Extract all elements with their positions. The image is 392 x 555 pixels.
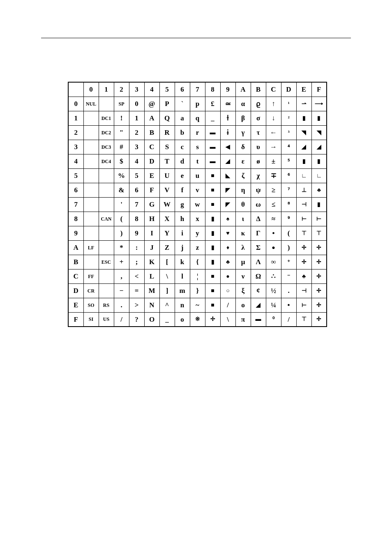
cell: m bbox=[175, 283, 190, 298]
cell: ■ bbox=[205, 197, 220, 212]
cell: T bbox=[159, 154, 175, 168]
cell: ∟ bbox=[296, 168, 311, 183]
cell: ≤ bbox=[266, 197, 281, 212]
cell: z bbox=[190, 240, 205, 255]
cell: B bbox=[144, 125, 159, 140]
cell: \ bbox=[220, 312, 235, 327]
cell: S bbox=[159, 140, 175, 154]
corner-cell bbox=[68, 82, 83, 97]
cell: ■ bbox=[205, 168, 220, 183]
cell: , bbox=[114, 269, 129, 283]
cell: β bbox=[235, 111, 251, 125]
row-header: E bbox=[68, 298, 83, 312]
cell: % bbox=[114, 168, 129, 183]
cell: 7 bbox=[129, 197, 144, 212]
cell: ✢ bbox=[311, 283, 327, 298]
cell: s bbox=[190, 140, 205, 154]
cell: ≥ bbox=[266, 183, 281, 197]
cell: ※ bbox=[190, 312, 205, 327]
cell: R bbox=[159, 125, 175, 140]
cell: V bbox=[159, 183, 175, 197]
cell: CAN bbox=[99, 212, 114, 226]
cell: ● bbox=[266, 240, 281, 255]
cell: ( bbox=[114, 212, 129, 226]
cell: DC1 bbox=[99, 111, 114, 125]
cell: H bbox=[144, 212, 159, 226]
page-hr bbox=[41, 38, 351, 38]
cell: _ bbox=[205, 111, 220, 125]
cell: 0 bbox=[129, 97, 144, 111]
cell: ) bbox=[281, 240, 296, 255]
table-row: 2 DC2 " 2 B R b r ▬ ɨ γ τ ← ³ ◥ ◥ bbox=[68, 125, 327, 140]
table-row: D CR − = M ] m } ■ ○ ξ ¢ ½ . ⊣ ✢ bbox=[68, 283, 327, 298]
row-header: 5 bbox=[68, 168, 83, 183]
cell: ⁹ bbox=[281, 212, 296, 226]
cell: DC2 bbox=[99, 125, 114, 140]
cell: ■ bbox=[205, 183, 220, 197]
cell: ✢ bbox=[311, 312, 327, 327]
cell: • bbox=[266, 226, 281, 240]
cell: ESC bbox=[99, 255, 114, 269]
col-header: B bbox=[251, 82, 266, 97]
cell: M bbox=[144, 283, 159, 298]
cell: ⇀ bbox=[296, 97, 311, 111]
cell bbox=[99, 269, 114, 283]
cell: ɨ bbox=[220, 125, 235, 140]
cell: ^ bbox=[159, 298, 175, 312]
cell: ✢ bbox=[311, 255, 327, 269]
cell: # bbox=[114, 140, 129, 154]
cell: ▮ bbox=[205, 212, 220, 226]
cell: ¦ bbox=[190, 269, 205, 283]
cell: ∴ bbox=[266, 269, 281, 283]
cell: I bbox=[144, 226, 159, 240]
cell: . bbox=[114, 298, 129, 312]
cell bbox=[99, 197, 114, 212]
cell: ◢ bbox=[296, 140, 311, 154]
cell: @ bbox=[144, 97, 159, 111]
col-header: 1 bbox=[99, 82, 114, 97]
cell: ◤ bbox=[220, 183, 235, 197]
cell: DC3 bbox=[99, 140, 114, 154]
row-header: 9 bbox=[68, 226, 83, 240]
cell: Δ bbox=[251, 212, 266, 226]
table-row: 1 DC1 ! 1 A Q a q _ ƚ β σ ↓ ² ▮ ▮ bbox=[68, 111, 327, 125]
cell: . bbox=[281, 283, 296, 298]
cell: Λ bbox=[251, 255, 266, 269]
cell bbox=[99, 283, 114, 298]
cell: D bbox=[144, 154, 159, 168]
cell: ▮ bbox=[311, 111, 327, 125]
cell: N bbox=[144, 298, 159, 312]
cell: e bbox=[175, 168, 190, 183]
cell bbox=[83, 212, 99, 226]
code-table-container: 0 1 2 3 4 5 6 7 8 9 A B C D E F 0 NUL SP… bbox=[68, 82, 327, 327]
cell: α bbox=[235, 97, 251, 111]
cell: w bbox=[190, 197, 205, 212]
cell: ν bbox=[235, 269, 251, 283]
cell: ⊥ bbox=[296, 183, 311, 197]
cell: NUL bbox=[83, 97, 99, 111]
cell: 2 bbox=[129, 125, 144, 140]
cell: ⁺ bbox=[281, 255, 296, 269]
cell: ■ bbox=[205, 269, 220, 283]
cell: E bbox=[144, 168, 159, 183]
cell: r bbox=[190, 125, 205, 140]
cell: ∓ bbox=[266, 168, 281, 183]
cell bbox=[99, 226, 114, 240]
cell: v bbox=[190, 183, 205, 197]
table-row: 5 % 5 E U e u ■ ◣ ζ χ ∓ ⁶ ∟ ∟ bbox=[68, 168, 327, 183]
cell: a bbox=[175, 111, 190, 125]
cell: ¢ bbox=[251, 283, 266, 298]
cell: δ bbox=[235, 140, 251, 154]
cell: ± bbox=[266, 154, 281, 168]
cell: > bbox=[129, 298, 144, 312]
cell: ≃ bbox=[220, 97, 235, 111]
cell: ψ bbox=[251, 183, 266, 197]
cell: ▮ bbox=[205, 255, 220, 269]
cell: ⊤ bbox=[296, 312, 311, 327]
table-row: A LF * : J Z j z ▮ ♦ λ Σ ● ) ✢ ✢ bbox=[68, 240, 327, 255]
cell: + bbox=[114, 255, 129, 269]
cell: ⁶ bbox=[281, 168, 296, 183]
cell: Γ bbox=[251, 226, 266, 240]
row-header: 0 bbox=[68, 97, 83, 111]
cell: ◥ bbox=[311, 125, 327, 140]
